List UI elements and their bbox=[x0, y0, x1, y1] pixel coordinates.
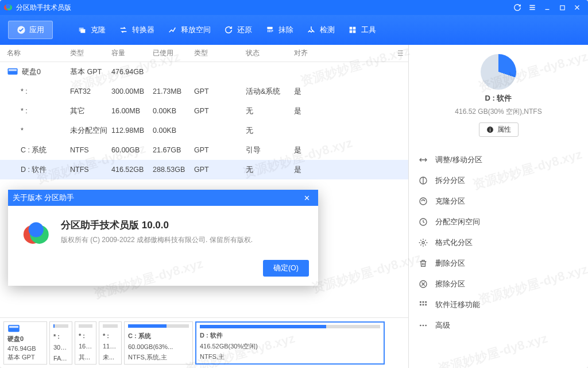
toolbar: 应用 克隆 转换器 释放空间 还原 抹除 检测 工具 bbox=[0, 15, 588, 45]
svg-rect-25 bbox=[423, 301, 424, 303]
side-operations: 调整/移动分区拆分分区克隆分区分配空闲空间格式化分区删除分区擦除分区软件迁移功能… bbox=[418, 150, 579, 336]
svg-rect-11 bbox=[353, 30, 356, 33]
format-icon bbox=[418, 237, 428, 248]
disk-row[interactable]: 硬盘0基本 GPT476.94GB bbox=[0, 62, 408, 82]
usage-pie-icon bbox=[481, 54, 516, 90]
bottom-layout: 硬盘0476.94GB基本 GPT* :300...FAT...* :16...… bbox=[0, 317, 408, 368]
migrate-icon bbox=[418, 300, 428, 310]
svg-point-31 bbox=[423, 325, 424, 327]
svg-rect-28 bbox=[423, 304, 424, 306]
minimize-button[interactable] bbox=[540, 1, 555, 14]
side-pane: D : 软件 416.52 GB(30% 空闲),NTFS 属性 调整/移动分区… bbox=[409, 45, 588, 368]
svg-rect-8 bbox=[350, 27, 353, 30]
col-type[interactable]: 类型 bbox=[70, 48, 111, 58]
about-dialog-titlebar: 关于版本 分区助手 ✕ bbox=[8, 190, 318, 206]
bottom-partition-card[interactable]: * :112...未... bbox=[99, 321, 122, 365]
svg-rect-13 bbox=[9, 69, 17, 71]
clone-icon bbox=[418, 196, 428, 206]
resize-icon bbox=[418, 155, 428, 165]
svg-point-2 bbox=[6, 4, 10, 9]
tool-freespace[interactable]: 释放空间 bbox=[161, 21, 216, 39]
column-menu-button[interactable]: ☰ bbox=[392, 49, 408, 57]
check-icon bbox=[306, 25, 316, 35]
svg-rect-15 bbox=[9, 326, 18, 328]
bottom-partition-card[interactable]: D : 软件416.52GB(30%空闲)NTFS,主 bbox=[195, 321, 385, 365]
close-button[interactable] bbox=[570, 1, 585, 14]
about-ok-button[interactable]: 确定(O) bbox=[263, 260, 309, 277]
app-logo-icon bbox=[3, 3, 13, 12]
titlebar: 分区助手技术员版 bbox=[0, 0, 588, 15]
tool-clone[interactable]: 克隆 bbox=[71, 21, 111, 39]
col-align[interactable]: 对齐 bbox=[294, 48, 323, 58]
svg-point-30 bbox=[420, 325, 421, 327]
partition-row[interactable]: *未分配空间112.98MB0.00KB无 bbox=[0, 121, 408, 140]
disk-icon bbox=[7, 324, 20, 334]
bottom-partition-card[interactable]: C : 系统60.00GB(63%...NTFS,系统,主 bbox=[124, 321, 193, 365]
op-more[interactable]: 高级 bbox=[418, 315, 579, 336]
bottom-partition-card[interactable]: * :300...FAT... bbox=[49, 321, 72, 365]
delete-icon bbox=[418, 258, 428, 269]
op-delete[interactable]: 删除分区 bbox=[418, 253, 579, 274]
about-copyright: 版权所有 (C) 2009-2022 成都傲梅科技有限公司. 保留所有版权. bbox=[61, 235, 253, 245]
tools-icon bbox=[347, 25, 358, 35]
wipe-icon bbox=[265, 25, 275, 35]
svg-point-22 bbox=[422, 241, 424, 244]
svg-rect-7 bbox=[267, 27, 272, 29]
bottom-disk-card[interactable]: 硬盘0476.94GB基本 GPT bbox=[3, 321, 47, 365]
partition-row[interactable]: C : 系统NTFS60.00GB21.67GBGPT引导是 bbox=[0, 140, 408, 160]
attributes-button[interactable]: 属性 bbox=[479, 122, 519, 137]
svg-rect-26 bbox=[425, 301, 427, 303]
about-dialog: 关于版本 分区助手 ✕ 分区助手技术员版 10.0.0 版权所有 (C) 200… bbox=[8, 190, 318, 286]
info-icon bbox=[486, 126, 494, 133]
svg-rect-6 bbox=[80, 29, 85, 33]
svg-rect-17 bbox=[489, 129, 490, 131]
more-icon bbox=[418, 320, 428, 331]
op-format[interactable]: 格式化分区 bbox=[418, 232, 579, 253]
svg-point-20 bbox=[420, 198, 427, 205]
svg-rect-24 bbox=[420, 301, 421, 303]
svg-rect-29 bbox=[425, 304, 427, 306]
partition-row[interactable]: D : 软件NTFS416.52GB288.53GBGPT无是 bbox=[0, 160, 408, 179]
restore-icon bbox=[223, 25, 234, 35]
tool-check[interactable]: 检测 bbox=[300, 21, 341, 39]
svg-rect-18 bbox=[489, 128, 490, 128]
col-status[interactable]: 状态 bbox=[246, 48, 294, 58]
app-window: 分区助手技术员版 应用 克隆 转换器 释放空间 还原 抹除 检测 工具 名称 类… bbox=[0, 0, 588, 368]
tool-convert[interactable]: 转换器 bbox=[113, 21, 160, 39]
partition-row[interactable]: * :其它16.00MB0.00KBGPT无是 bbox=[0, 101, 408, 121]
tool-wipe[interactable]: 抹除 bbox=[259, 21, 299, 39]
svg-rect-3 bbox=[560, 5, 564, 9]
apply-button[interactable]: 应用 bbox=[8, 21, 53, 39]
clone-icon bbox=[77, 25, 87, 35]
op-resize[interactable]: 调整/移动分区 bbox=[418, 150, 579, 170]
alloc-icon bbox=[418, 217, 428, 227]
partition-row[interactable]: * :FAT32300.00MB21.73MBGPT活动&系统是 bbox=[0, 82, 408, 101]
refresh-button[interactable] bbox=[510, 1, 525, 14]
freespace-icon bbox=[167, 25, 177, 35]
tool-restore[interactable]: 还原 bbox=[218, 21, 258, 39]
disk-icon bbox=[7, 68, 18, 76]
svg-rect-27 bbox=[420, 304, 421, 306]
menu-button[interactable] bbox=[525, 1, 540, 14]
wipe-icon bbox=[418, 279, 428, 289]
bottom-partition-card[interactable]: * :16....其... bbox=[75, 321, 96, 365]
about-heading: 分区助手技术员版 10.0.0 bbox=[61, 218, 253, 232]
op-clone[interactable]: 克隆分区 bbox=[418, 191, 579, 212]
svg-rect-10 bbox=[350, 30, 353, 33]
about-close-button[interactable]: ✕ bbox=[300, 194, 314, 202]
col-used[interactable]: 已使用 bbox=[153, 48, 194, 58]
split-icon bbox=[418, 175, 428, 186]
about-logo-icon bbox=[21, 218, 51, 248]
col-name[interactable]: 名称 bbox=[7, 48, 70, 58]
selected-partition-detail: 416.52 GB(30% 空闲),NTFS bbox=[455, 107, 541, 117]
col-capacity[interactable]: 容量 bbox=[111, 48, 153, 58]
maximize-button[interactable] bbox=[555, 1, 570, 14]
op-migrate[interactable]: 软件迁移功能 bbox=[418, 294, 579, 315]
col-ptype[interactable]: 类型 bbox=[194, 48, 246, 58]
svg-rect-9 bbox=[353, 27, 356, 30]
op-split[interactable]: 拆分分区 bbox=[418, 170, 579, 191]
selected-partition-name: D : 软件 bbox=[485, 93, 512, 103]
op-wipe[interactable]: 擦除分区 bbox=[418, 274, 579, 294]
op-alloc[interactable]: 分配空闲空间 bbox=[418, 212, 579, 232]
tool-tools[interactable]: 工具 bbox=[342, 21, 382, 39]
